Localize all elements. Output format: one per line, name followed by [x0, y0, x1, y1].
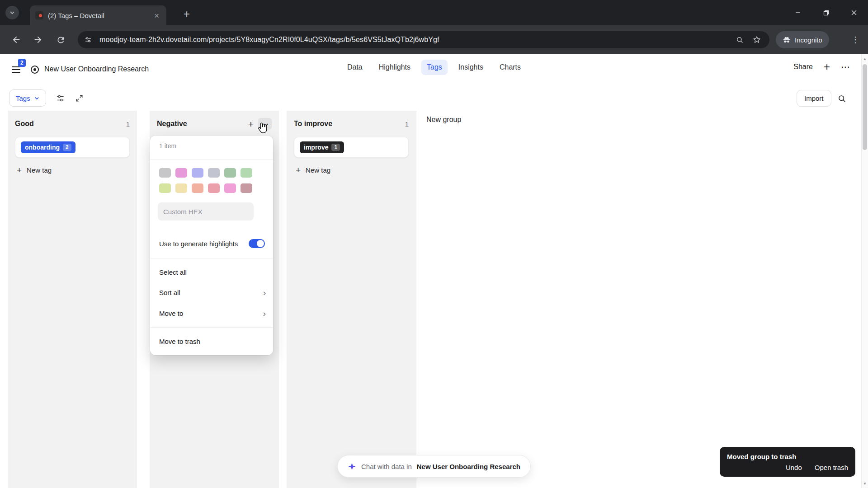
color-swatch[interactable]: [175, 183, 187, 193]
tab-charts[interactable]: Charts: [494, 60, 526, 75]
minimize-icon: [795, 10, 801, 15]
menu-item-select-all[interactable]: Select all: [159, 265, 266, 279]
reload-button[interactable]: [51, 30, 71, 50]
toast-actions: Undo Open trash: [727, 464, 848, 471]
color-swatch[interactable]: [159, 183, 171, 193]
color-swatch[interactable]: [175, 168, 187, 178]
tab-title: (2) Tags – Dovetail: [48, 12, 148, 19]
chevron-right-icon: ›: [263, 309, 266, 318]
color-swatch[interactable]: [192, 183, 203, 193]
reload-icon: [56, 35, 66, 45]
custom-hex-input[interactable]: [158, 202, 254, 221]
column-name[interactable]: To improve: [294, 120, 332, 128]
color-swatch[interactable]: [208, 168, 220, 178]
browser-titlebar: (2) Tags – Dovetail × +: [0, 0, 868, 25]
board-divider: [416, 111, 416, 488]
page-scrollbar[interactable]: ▲ ▼: [861, 54, 868, 488]
board-settings-button[interactable]: [52, 90, 68, 106]
new-tag-button[interactable]: + New tag: [294, 166, 409, 174]
color-swatch[interactable]: [192, 168, 203, 178]
view-dropdown[interactable]: Tags: [9, 89, 46, 107]
forward-button[interactable]: [28, 30, 48, 50]
tab-data[interactable]: Data: [342, 60, 368, 75]
tag-card-onboarding[interactable]: onboarding 2: [15, 137, 130, 158]
screen: (2) Tags – Dovetail × +: [0, 0, 868, 488]
menu-item-move-to[interactable]: Move to ›: [159, 306, 266, 320]
scroll-up-icon[interactable]: ▲: [862, 55, 868, 62]
column-header: To improve 1: [294, 118, 409, 130]
bookmark-star-icon[interactable]: [752, 35, 761, 44]
tag-card-improve[interactable]: improve 1: [294, 137, 409, 158]
expand-collapse-button[interactable]: [71, 90, 87, 106]
column-count: 1: [126, 120, 130, 128]
open-trash-button[interactable]: Open trash: [815, 464, 848, 471]
restore-icon: [823, 10, 829, 16]
import-button[interactable]: Import: [797, 90, 831, 107]
tab-tags[interactable]: Tags: [421, 60, 448, 75]
undo-button[interactable]: Undo: [786, 464, 802, 471]
tag-count-badge: 2: [63, 144, 71, 151]
add-tag-button[interactable]: +: [246, 119, 255, 129]
column-to-improve: To improve 1 improve 1 + New tag: [287, 111, 416, 488]
close-window-button[interactable]: [840, 0, 868, 25]
tag-label: onboarding: [25, 144, 60, 151]
forward-icon: [33, 35, 43, 45]
site-settings-icon[interactable]: [84, 36, 92, 44]
toggle-knob: [257, 240, 264, 247]
tab-insights[interactable]: Insights: [453, 60, 489, 75]
color-swatch[interactable]: [208, 183, 220, 193]
tag-pill[interactable]: onboarding 2: [21, 141, 75, 153]
menu-item-sort-all[interactable]: Sort all ›: [159, 286, 266, 299]
sliders-icon: [56, 94, 65, 103]
add-button[interactable]: +: [824, 61, 830, 73]
generate-highlights-toggle[interactable]: [249, 239, 265, 248]
search-button[interactable]: [835, 91, 849, 106]
color-swatch[interactable]: [241, 168, 252, 178]
tag-pill[interactable]: improve 1: [300, 141, 344, 153]
incognito-icon: [783, 36, 791, 44]
menu-divider: [150, 327, 273, 328]
new-tab-button[interactable]: +: [180, 7, 193, 21]
column-name[interactable]: Good: [15, 120, 34, 128]
menu-divider: [150, 160, 273, 160]
column-context-menu: 1 item Use to generate highlights Select…: [150, 136, 273, 355]
notification-badge: 2: [18, 59, 26, 67]
scroll-down-icon[interactable]: ▼: [862, 480, 868, 487]
sparkle-icon: [348, 462, 356, 471]
tab-highlights[interactable]: Highlights: [373, 60, 416, 75]
column-name[interactable]: Negative: [157, 120, 187, 128]
chevron-right-icon: ›: [263, 288, 266, 297]
color-swatch[interactable]: [224, 183, 236, 193]
share-button[interactable]: Share: [793, 63, 813, 71]
url-text[interactable]: moodjoy-team-2h2v.dovetail.com/projects/…: [99, 36, 736, 44]
chat-with-data-bar[interactable]: Chat with data in New User Onboarding Re…: [337, 455, 531, 478]
tab-close-icon[interactable]: ×: [152, 10, 161, 21]
restore-button[interactable]: [812, 0, 840, 25]
tab-search-button[interactable]: [5, 6, 19, 19]
incognito-badge: Incognito: [776, 31, 829, 48]
menu-item-move-to-trash[interactable]: Move to trash: [159, 334, 266, 348]
address-bar[interactable]: moodjoy-team-2h2v.dovetail.com/projects/…: [78, 31, 769, 48]
dovetail-favicon-icon: [35, 11, 43, 19]
more-options-icon[interactable]: ⋯: [841, 61, 850, 72]
scrollbar-thumb[interactable]: [863, 64, 867, 150]
menu-item-label: Move to: [159, 310, 183, 317]
zoom-icon[interactable]: [736, 36, 744, 44]
column-header: Negative + ⋯: [157, 118, 272, 130]
new-tag-button[interactable]: + New tag: [15, 166, 130, 174]
minimize-button[interactable]: [784, 0, 812, 25]
chevron-down-icon: [9, 10, 15, 15]
hand-pointer-icon: [256, 122, 269, 135]
new-tag-label: New tag: [306, 166, 330, 174]
new-group-button[interactable]: New group: [426, 116, 461, 124]
color-swatch[interactable]: [241, 183, 252, 193]
search-icon: [837, 94, 847, 103]
column-count: 1: [405, 120, 409, 128]
browser-tab[interactable]: (2) Tags – Dovetail ×: [30, 5, 166, 25]
chevron-down-icon: [34, 96, 39, 101]
back-button[interactable]: [6, 30, 26, 50]
expand-icon: [75, 94, 84, 103]
browser-menu-button[interactable]: ⋮: [849, 33, 862, 46]
color-swatch[interactable]: [224, 168, 236, 178]
color-swatch[interactable]: [159, 168, 171, 178]
